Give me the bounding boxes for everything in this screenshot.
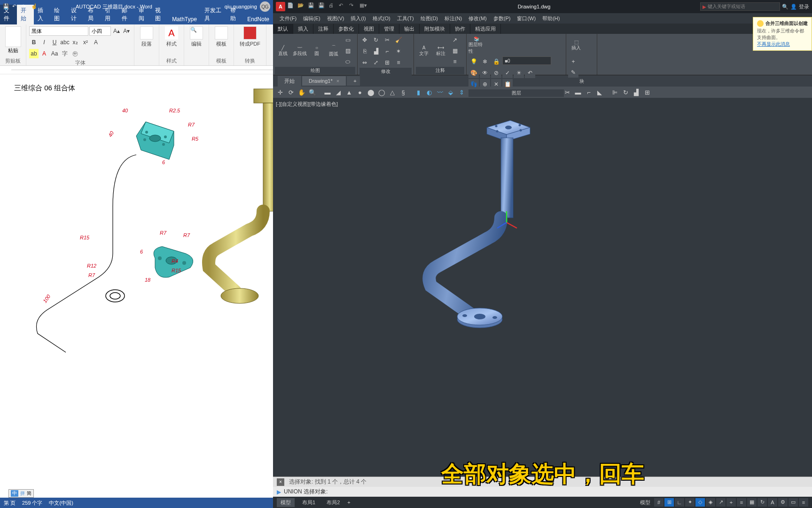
layer-thaw-icon[interactable]: ☀ [514, 68, 524, 78]
font-name-select[interactable]: 黑体 [29, 26, 88, 36]
template-button[interactable]: 模板 [212, 25, 231, 48]
tab-ref[interactable]: 引用 [101, 5, 118, 24]
annoscale-icon[interactable]: A [768, 498, 777, 507]
loft-icon[interactable]: ⬙ [445, 87, 456, 97]
custom-icon[interactable]: ≡ [799, 498, 808, 507]
leader-icon[interactable]: ↗ [450, 35, 460, 45]
clean-icon[interactable]: ▭ [789, 498, 798, 507]
menu-dim[interactable]: 标注(N) [442, 14, 465, 23]
layer-select[interactable]: ■ 0 [502, 56, 551, 65]
mirror-icon[interactable]: ▟ [371, 46, 381, 56]
tab-endnote[interactable]: EndNote [243, 14, 273, 24]
ortho-icon[interactable]: ∟ [675, 498, 684, 507]
menu-modify[interactable]: 修改(M) [466, 14, 490, 23]
workspace-icon[interactable]: ▦▾ [359, 2, 368, 11]
3dmirror-icon[interactable]: ▟ [631, 87, 641, 97]
otrack-icon[interactable]: ↗ [716, 498, 726, 507]
cmd-close-icon[interactable]: × [277, 478, 284, 486]
solid-sphere-icon[interactable]: ● [355, 87, 365, 97]
solid-pyr-icon[interactable]: △ [387, 87, 398, 97]
layer-on-icon[interactable]: ✓ [502, 68, 513, 78]
3d-model[interactable] [395, 112, 621, 338]
array-icon[interactable]: ⊞ [382, 57, 392, 68]
osnap-icon[interactable]: ◇ [695, 498, 705, 507]
cycle-icon[interactable]: ↻ [757, 498, 767, 507]
extrude-icon[interactable]: ▮ [413, 87, 423, 97]
acad-viewport[interactable]: [-][自定义视图][带边缘着色] [273, 98, 812, 476]
dim-button[interactable]: ⟷标注 [433, 40, 449, 61]
pdf-button[interactable]: 转成PDF [237, 25, 263, 48]
bulb-icon[interactable]: 💡 [468, 56, 479, 67]
rtab-default[interactable]: 默认 [273, 24, 293, 34]
pan-icon[interactable]: ✋ [297, 87, 307, 97]
table-icon[interactable]: ▦ [450, 46, 460, 56]
menu-insert[interactable]: 插入(I) [348, 14, 368, 23]
explode-icon[interactable]: ✶ [393, 46, 404, 56]
menu-help[interactable]: 帮助(H) [539, 14, 562, 23]
user-icon[interactable]: 👤 [790, 4, 797, 10]
layer-walk-icon[interactable]: 👣 [468, 79, 479, 89]
layout1-tab[interactable]: 布局1 [298, 498, 319, 507]
solid-cone-icon[interactable]: ▲ [344, 87, 354, 97]
word-document[interactable]: 三维综合 06 组合体 40 40 R2.5 R7 R5 6 [0, 74, 273, 498]
rtab-manage[interactable]: 管理 [379, 24, 399, 34]
ellipse-icon[interactable]: ⬭ [343, 56, 353, 67]
menu-window[interactable]: 窗口(W) [514, 14, 539, 23]
grow-font-icon[interactable]: A▴ [112, 26, 121, 36]
grid-icon[interactable]: # [654, 498, 664, 507]
fillet3d-icon[interactable]: ⌐ [584, 87, 594, 97]
login-button[interactable]: 登录 [799, 3, 809, 10]
bold-button[interactable]: B [29, 38, 39, 47]
redo-icon[interactable]: ↷ [22, 3, 28, 10]
char-border-button[interactable]: Aa [50, 49, 59, 58]
search-icon[interactable]: 🔍 [782, 4, 789, 10]
rotate-icon[interactable]: ↻ [371, 35, 381, 45]
arc-button[interactable]: ⌒圆弧 [326, 40, 342, 61]
doc-tab-start[interactable]: 开始 [278, 76, 301, 87]
offset-icon[interactable]: ≡ [393, 57, 404, 68]
thicken-icon[interactable]: ▬ [573, 87, 583, 97]
save-icon[interactable]: 💾 [308, 2, 316, 11]
redo-icon[interactable]: ↷ [349, 2, 358, 11]
mline-icon[interactable]: ≡ [450, 56, 460, 67]
solid-box-icon[interactable]: ▬ [322, 87, 333, 97]
3darray-icon[interactable]: ⊞ [642, 87, 652, 97]
solid-wedge-icon[interactable]: ◢ [333, 87, 344, 97]
workspace-switch-icon[interactable]: ⚙ [778, 498, 788, 507]
ime-bar[interactable]: 中 拼 简 [8, 489, 34, 498]
highlight-button[interactable]: ab [29, 49, 39, 58]
menu-tools[interactable]: 工具(T) [394, 14, 417, 23]
layer-props-button[interactable]: 📚图层特性 [468, 35, 484, 56]
tab-help[interactable]: 帮助 [226, 5, 243, 24]
plot-icon[interactable]: 🖨 [328, 2, 337, 11]
para-button[interactable]: 段落 [137, 25, 156, 48]
undo-icon[interactable]: ↶ [339, 2, 347, 11]
avatar[interactable]: QG [260, 1, 270, 12]
new-tab-button[interactable]: + [347, 76, 360, 86]
hatch-icon[interactable]: ▨ [343, 46, 353, 56]
doc-tab-drawing1[interactable]: Drawing1*× [302, 76, 346, 86]
ucs-icon[interactable]: ✛ [275, 87, 285, 97]
sweep-icon[interactable]: 〰 [435, 87, 445, 97]
sub-button[interactable]: x₂ [70, 38, 80, 47]
tab-draw[interactable]: 绘图 [50, 5, 67, 24]
layer-merge-icon[interactable]: ⊕ [480, 79, 490, 89]
line-button[interactable]: ╱直线 [275, 40, 291, 61]
open-icon[interactable]: 📂 [297, 2, 306, 11]
solid-cyl-icon[interactable]: ⬤ [366, 87, 376, 97]
model-tab[interactable]: 模型 [277, 498, 295, 507]
layer-match-icon[interactable]: 🎨 [468, 68, 479, 78]
enclose-button[interactable]: ㊥ [70, 49, 80, 58]
menu-view[interactable]: 视图(V) [324, 14, 347, 23]
italic-button[interactable]: I [39, 38, 49, 47]
tab-review[interactable]: 审阅 [135, 5, 152, 24]
fillet-icon[interactable]: ⌐ [382, 46, 392, 56]
polar-icon[interactable]: ✦ [685, 498, 695, 507]
shrink-font-icon[interactable]: A▾ [122, 26, 131, 36]
touch-icon[interactable]: ☝ [31, 3, 38, 10]
orbit-icon[interactable]: ⟳ [286, 87, 296, 97]
word-count[interactable]: 259 个字 [22, 500, 42, 507]
layer-state-icon[interactable]: 📋 [502, 79, 513, 89]
tab-design[interactable]: 设计 [67, 5, 84, 24]
underline-button[interactable]: U [50, 38, 59, 47]
